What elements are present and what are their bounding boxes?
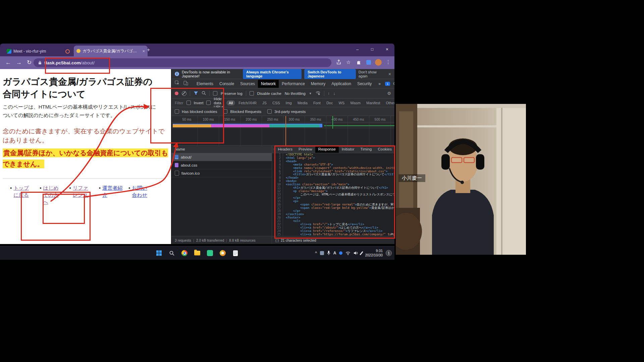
blocked-requests-label: Blocked Requests — [230, 110, 261, 114]
footer-link-anchor[interactable]: 運営者紹介 — [102, 184, 122, 205]
headphone-earcup-right — [476, 154, 484, 170]
filter-chip[interactable]: Manifest — [364, 100, 383, 106]
taskbar-chrome-icon[interactable] — [180, 248, 189, 258]
tray-volume-icon[interactable] — [354, 251, 358, 255]
filter-chip[interactable]: WS — [336, 100, 347, 106]
filter-chip[interactable]: JS — [260, 100, 269, 106]
devtools-tab-elements[interactable]: Elements — [194, 80, 216, 88]
tray-blue-dot-icon[interactable] — [339, 251, 342, 255]
devtools-tab-performance[interactable]: Performance — [279, 80, 308, 88]
third-party-requests-checkbox[interactable] — [267, 109, 272, 114]
infobar-message: DevTools is now available in Japanese! — [182, 70, 240, 78]
ime-indicator[interactable]: A — [333, 251, 336, 255]
new-tab-button[interactable]: + — [147, 47, 150, 53]
glasses-left-lens — [451, 158, 462, 163]
tray-pen-icon[interactable] — [361, 251, 362, 255]
request-row[interactable]: favicon.ico — [171, 169, 272, 177]
annotation-box-response-panel — [274, 145, 395, 239]
taskbar-search-icon[interactable] — [167, 248, 176, 258]
disable-cache-checkbox[interactable] — [250, 91, 254, 96]
requests-column-header[interactable]: Name — [171, 145, 272, 153]
tray-wifi-icon[interactable] — [345, 251, 351, 255]
page-warning-highlighted: 貴金属/証券ほか、いかなる金融資産についての取引もできません。 — [3, 147, 170, 170]
network-settings-gear-icon[interactable]: ⚙ — [387, 91, 391, 96]
maximize-button[interactable]: □ — [371, 47, 373, 52]
devtools-settings-gear-icon[interactable]: ⚙ — [393, 81, 394, 86]
annotation-box-record-controls — [150, 88, 224, 143]
device-toolbar-icon[interactable] — [183, 80, 188, 87]
throttling-select[interactable]: No throttling — [285, 92, 306, 96]
footer-link-anchor[interactable]: お問い合わせ — [132, 184, 152, 205]
request-row[interactable]: about/ — [171, 153, 272, 161]
timeline-tick: 350 ms — [305, 118, 326, 121]
match-language-button[interactable]: Always match Chrome's language — [243, 69, 302, 79]
devtools-tab-network[interactable]: Network — [258, 80, 279, 88]
request-row[interactable]: about.css — [171, 161, 272, 169]
filter-chip[interactable]: CSS — [270, 100, 282, 106]
network-conditions-icon[interactable] — [315, 90, 321, 97]
taskbar-tray: ^ A 9:31 2022/10/30 1 — [315, 248, 392, 258]
notification-badge[interactable]: 1 — [386, 250, 392, 256]
bookmark-star-icon[interactable]: ☆ — [346, 59, 351, 65]
devtools-tabs: ElementsConsoleSourcesNetworkPerformance… — [194, 80, 375, 88]
switch-japanese-button[interactable]: Switch DevTools to Japanese — [304, 69, 356, 79]
filter-chip[interactable]: Fetch/XHR — [236, 100, 259, 106]
devtools-tab-sources[interactable]: Sources — [237, 80, 258, 88]
taskbar-clock[interactable]: 9:31 2022/10/30 — [365, 249, 383, 257]
devtools-tab-console[interactable]: Console — [216, 80, 237, 88]
messages-badge[interactable]: 1 — [385, 82, 390, 86]
filter-chip[interactable]: Doc — [324, 100, 335, 106]
filter-chip[interactable]: All — [226, 100, 235, 106]
share-icon[interactable] — [336, 59, 341, 66]
export-har-icon[interactable]: ↓ — [333, 91, 335, 96]
load-event-marker — [285, 116, 286, 145]
taskbar-browser-orange-icon[interactable] — [218, 248, 227, 258]
dont-show-again-button[interactable]: Don't show again — [359, 70, 383, 78]
tab-galapagos[interactable]: ガラパゴス貴金属/ガラパゴス証券の × — [74, 46, 148, 56]
devtools-tab-application[interactable]: Application — [328, 80, 354, 88]
transferred-size: 2.0 kB transferred — [196, 238, 224, 242]
filter-chip[interactable]: Img — [283, 100, 294, 106]
infobar-close-icon[interactable]: × — [388, 71, 391, 77]
annotation-box-url — [45, 58, 110, 74]
import-har-icon[interactable]: ↑ — [328, 91, 330, 96]
glasses-right-lens — [464, 158, 474, 163]
window-close-button[interactable]: × — [386, 47, 388, 52]
forward-button[interactable]: → — [16, 60, 22, 65]
timeline-tick: 450 ms — [348, 118, 369, 121]
pinned-extension-icon[interactable] — [366, 60, 371, 65]
back-button[interactable]: ← — [5, 60, 11, 65]
reload-button[interactable]: ↻ — [27, 60, 32, 65]
filter-chip[interactable]: Other — [384, 100, 394, 106]
bullet-icon: • — [10, 184, 12, 205]
extensions-puzzle-icon[interactable] — [356, 60, 361, 66]
info-icon: i — [175, 72, 179, 76]
taskbar-explorer-icon[interactable] — [193, 248, 202, 258]
devtools-tab-security[interactable]: Security — [354, 80, 375, 88]
more-tabs-button[interactable]: » — [375, 80, 384, 88]
browser-menu-icon[interactable]: ⋮ — [386, 59, 391, 65]
tray-microphone-icon[interactable] — [327, 251, 330, 255]
hidden-icons-chevron[interactable]: ^ — [315, 251, 317, 255]
filter-chip[interactable]: Wasm — [348, 100, 363, 106]
devtools-tab-memory[interactable]: Memory — [308, 80, 328, 88]
tray-box-icon[interactable] — [320, 251, 324, 255]
webcam-video-tile: 小川慶一 — [396, 104, 526, 255]
tab-title: ガラパゴス貴金属/ガラパゴス証券の — [83, 48, 139, 54]
taskbar-notepad-icon[interactable] — [231, 248, 240, 258]
tab-close-icon[interactable]: × — [142, 49, 145, 54]
filter-chip[interactable]: Font — [311, 100, 323, 106]
timeline-tick: 500 ms — [369, 118, 391, 121]
tab-meet[interactable]: Meet - vio-rfur-yim × — [4, 46, 78, 56]
waterfall-segment-end — [320, 124, 322, 127]
request-name: about.css — [181, 163, 197, 167]
lock-icon — [38, 61, 42, 65]
profile-avatar[interactable] — [375, 59, 382, 66]
minimize-button[interactable]: – — [356, 47, 359, 52]
page-warning: 念のために書きますが、実在する企業のウェブサイトではありません。 — [3, 127, 168, 145]
inspect-element-icon[interactable] — [175, 80, 180, 87]
filter-chip[interactable]: Media — [295, 100, 310, 106]
taskbar-green-app-icon[interactable] — [205, 248, 215, 258]
waterfall-segment-download — [269, 124, 320, 127]
start-button[interactable] — [154, 248, 164, 258]
